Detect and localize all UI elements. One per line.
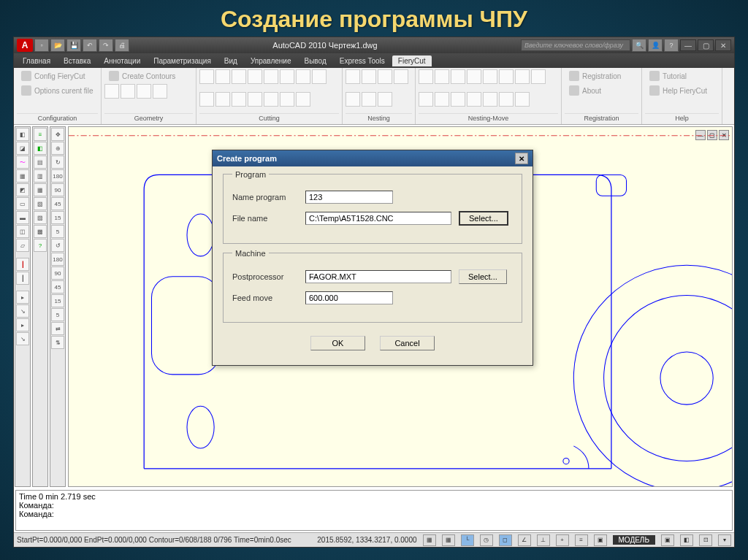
move-tool-icon[interactable] xyxy=(483,69,497,84)
create-contours-button[interactable]: Create Contours xyxy=(104,69,180,83)
polar-icon[interactable]: ◷ xyxy=(480,534,493,546)
options-file-button[interactable]: Options curent file xyxy=(17,84,98,97)
postprocessor-input[interactable] xyxy=(305,270,451,283)
move-tool-icon[interactable] xyxy=(451,92,465,107)
cut-tool-icon[interactable] xyxy=(199,92,214,107)
model-tab[interactable]: МОДЕЛЬ xyxy=(613,535,655,545)
tool-icon[interactable]: ▸ xyxy=(16,291,29,304)
cut-tool-icon[interactable] xyxy=(296,92,310,107)
tab-fierycut[interactable]: FieryCut xyxy=(392,55,432,66)
tool-icon[interactable]: 5 xyxy=(51,308,64,321)
file-name-input[interactable] xyxy=(305,212,451,225)
tab-manage[interactable]: Управление xyxy=(245,55,297,66)
otrack-icon[interactable]: ∠ xyxy=(518,534,531,546)
nest-tool-icon[interactable] xyxy=(378,92,392,107)
about-button[interactable]: About xyxy=(565,84,606,97)
maximize-button[interactable]: ▢ xyxy=(698,39,714,51)
qp-icon[interactable]: ▣ xyxy=(594,534,607,546)
tool-icon[interactable]: 15 xyxy=(51,294,64,307)
tool-icon[interactable]: ▦ xyxy=(34,183,47,196)
user-icon[interactable]: 👤 xyxy=(648,39,663,52)
tool-icon[interactable]: ┃ xyxy=(16,258,29,271)
geom-tool-icon[interactable] xyxy=(104,84,119,99)
tool-icon[interactable]: 15 xyxy=(51,211,64,224)
tool-icon[interactable]: ⇄ xyxy=(51,322,64,335)
tool-icon[interactable]: ┃ xyxy=(16,272,29,285)
open-icon[interactable]: 📂 xyxy=(50,39,65,52)
cut-tool-icon[interactable] xyxy=(215,69,230,84)
tool-icon[interactable]: ◪ xyxy=(16,142,29,155)
tool-icon[interactable]: ↻ xyxy=(51,156,64,169)
name-program-input[interactable] xyxy=(305,191,393,204)
geom-tool-icon[interactable] xyxy=(137,84,151,99)
ducs-icon[interactable]: ⊥ xyxy=(537,534,550,546)
snap-icon[interactable]: ▦ xyxy=(423,534,436,546)
tool-icon[interactable]: 45 xyxy=(51,197,64,210)
nest-tool-icon[interactable] xyxy=(394,69,408,84)
tool-icon[interactable]: ▭ xyxy=(16,197,29,210)
close-button[interactable]: ✕ xyxy=(715,39,731,51)
move-tool-icon[interactable] xyxy=(499,92,514,107)
cut-tool-icon[interactable] xyxy=(296,69,310,84)
tool-icon[interactable]: ▥ xyxy=(34,169,47,183)
nav-icon[interactable]: ⊡ xyxy=(699,534,712,546)
cut-tool-icon[interactable] xyxy=(312,69,327,84)
layout-icon[interactable]: ▣ xyxy=(661,534,674,546)
geom-tool-icon[interactable] xyxy=(121,84,135,99)
tool-icon[interactable]: 45 xyxy=(51,280,64,294)
tool-icon[interactable]: ⇅ xyxy=(51,336,64,349)
nest-tool-icon[interactable] xyxy=(346,92,360,107)
tab-main[interactable]: Главная xyxy=(17,55,56,66)
tool-icon[interactable]: ≡ xyxy=(34,128,47,141)
cut-tool-icon[interactable] xyxy=(248,92,262,107)
cut-tool-icon[interactable] xyxy=(264,69,278,84)
cut-tool-icon[interactable] xyxy=(280,92,294,107)
tab-insert[interactable]: Вставка xyxy=(58,55,96,66)
tool-icon[interactable]: ▬ xyxy=(16,211,29,224)
tutorial-button[interactable]: Tutorial xyxy=(645,69,691,83)
dyn-icon[interactable]: + xyxy=(556,534,569,546)
dialog-close-button[interactable]: ✕ xyxy=(515,153,528,164)
post-select-button[interactable]: Select... xyxy=(459,269,507,284)
help-fierycut-button[interactable]: Help FieryCut xyxy=(645,84,711,97)
cut-tool-icon[interactable] xyxy=(280,69,294,84)
config-fierycut-button[interactable]: Config FieryCut xyxy=(17,69,89,83)
move-tool-icon[interactable] xyxy=(435,92,449,107)
app-logo-icon[interactable]: A xyxy=(17,39,33,52)
nest-tool-icon[interactable] xyxy=(362,92,376,107)
move-tool-icon[interactable] xyxy=(467,69,481,84)
command-line[interactable]: Time 0 min 2.719 sec Команда: Команда: xyxy=(15,490,733,531)
tool-icon[interactable]: ▧ xyxy=(34,197,47,210)
nest-tool-icon[interactable] xyxy=(378,69,392,84)
move-tool-icon[interactable] xyxy=(435,69,449,84)
cut-tool-icon[interactable] xyxy=(232,92,246,107)
cut-tool-icon[interactable] xyxy=(264,92,278,107)
redo-icon[interactable]: ↷ xyxy=(99,39,113,52)
move-tool-icon[interactable] xyxy=(451,69,465,84)
tab-parametric[interactable]: Параметризация xyxy=(148,55,217,66)
new-icon[interactable]: ▫ xyxy=(34,39,49,52)
tool-icon[interactable]: ▤ xyxy=(34,156,47,169)
help-search-input[interactable]: Введите ключевое слово/фразу xyxy=(521,39,630,51)
tool-icon[interactable]: ▦ xyxy=(16,169,29,183)
tool-icon[interactable]: ▩ xyxy=(34,225,47,238)
tool-icon[interactable]: ↘ xyxy=(16,332,29,345)
search-icon[interactable]: 🔍 xyxy=(632,39,646,52)
tool-icon[interactable]: ◩ xyxy=(16,183,29,196)
move-tool-icon[interactable] xyxy=(515,92,530,107)
tool-icon[interactable]: ▨ xyxy=(34,211,47,224)
geom-tool-icon[interactable] xyxy=(153,84,167,99)
nav-icon[interactable]: ▾ xyxy=(718,534,731,546)
nest-tool-icon[interactable] xyxy=(362,69,376,84)
cut-tool-icon[interactable] xyxy=(248,69,262,84)
cut-tool-icon[interactable] xyxy=(232,69,246,84)
tool-icon[interactable]: 180 xyxy=(51,253,64,266)
tool-icon[interactable]: 180 xyxy=(51,169,64,183)
cut-tool-icon[interactable] xyxy=(199,69,214,84)
tool-icon[interactable]: 90 xyxy=(51,183,64,196)
tool-icon[interactable]: ◧ xyxy=(16,128,29,141)
tool-icon[interactable]: ✥ xyxy=(51,128,64,141)
tool-icon[interactable]: ◫ xyxy=(16,225,29,238)
move-tool-icon[interactable] xyxy=(419,92,433,107)
move-tool-icon[interactable] xyxy=(499,69,514,84)
